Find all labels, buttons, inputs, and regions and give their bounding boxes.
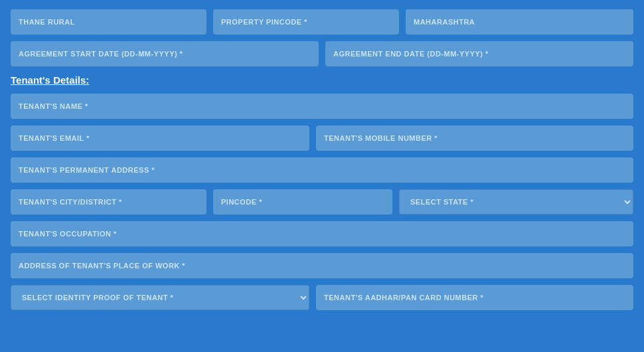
property-pincode-col bbox=[213, 9, 399, 35]
email-col bbox=[11, 126, 309, 151]
row-tenant-name bbox=[11, 94, 633, 119]
row-email-mobile bbox=[11, 126, 633, 151]
tenant-occupation-input[interactable] bbox=[11, 221, 633, 246]
tenant-city-input[interactable] bbox=[11, 189, 206, 215]
place-of-work-col bbox=[11, 253, 633, 278]
row-section-title: Tenant's Details: bbox=[11, 73, 633, 87]
thane-input[interactable] bbox=[11, 9, 206, 35]
tenants-details-title: Tenant's Details: bbox=[11, 73, 89, 87]
agreement-end-input[interactable] bbox=[325, 41, 633, 66]
pincode-input[interactable] bbox=[213, 189, 392, 215]
tenant-name-input[interactable] bbox=[11, 94, 633, 119]
aadhar-col bbox=[316, 285, 633, 310]
city-col bbox=[11, 189, 206, 215]
row-place-of-work bbox=[11, 253, 633, 278]
row-permanent-address bbox=[11, 157, 633, 183]
row-agreement-dates bbox=[11, 41, 633, 66]
agreement-start-input[interactable] bbox=[11, 41, 319, 66]
permanent-address-col bbox=[11, 157, 633, 183]
identity-proof-col: SELECT IDENTITY PROOF OF TENANT * Aadhar… bbox=[11, 285, 309, 310]
state-select[interactable]: SELECT STATE * Maharashtra Delhi Karnata… bbox=[399, 189, 633, 215]
mobile-col bbox=[316, 126, 633, 151]
maharashtra-input[interactable] bbox=[406, 9, 633, 35]
tenant-name-col bbox=[11, 94, 633, 119]
row-location bbox=[11, 9, 633, 35]
row-identity-proof: SELECT IDENTITY PROOF OF TENANT * Aadhar… bbox=[11, 285, 633, 310]
identity-proof-select[interactable]: SELECT IDENTITY PROOF OF TENANT * Aadhar… bbox=[11, 285, 309, 310]
tenant-email-input[interactable] bbox=[11, 126, 309, 151]
pincode-col bbox=[213, 189, 392, 215]
row-city-pincode-state: SELECT STATE * Maharashtra Delhi Karnata… bbox=[11, 189, 633, 215]
state-col bbox=[406, 9, 633, 35]
tenant-address-input[interactable] bbox=[11, 157, 633, 183]
form-container: Tenant's Details: SELECT STATE * bbox=[0, 0, 644, 319]
aadhar-pan-input[interactable] bbox=[316, 285, 633, 310]
place-of-work-input[interactable] bbox=[11, 253, 633, 278]
start-date-col bbox=[11, 41, 319, 66]
property-pincode-input[interactable] bbox=[213, 9, 399, 35]
thane-col bbox=[11, 9, 206, 35]
occupation-col bbox=[11, 221, 633, 246]
row-occupation bbox=[11, 221, 633, 246]
select-state-col: SELECT STATE * Maharashtra Delhi Karnata… bbox=[399, 189, 633, 215]
tenant-mobile-input[interactable] bbox=[316, 126, 633, 151]
end-date-col bbox=[325, 41, 633, 66]
